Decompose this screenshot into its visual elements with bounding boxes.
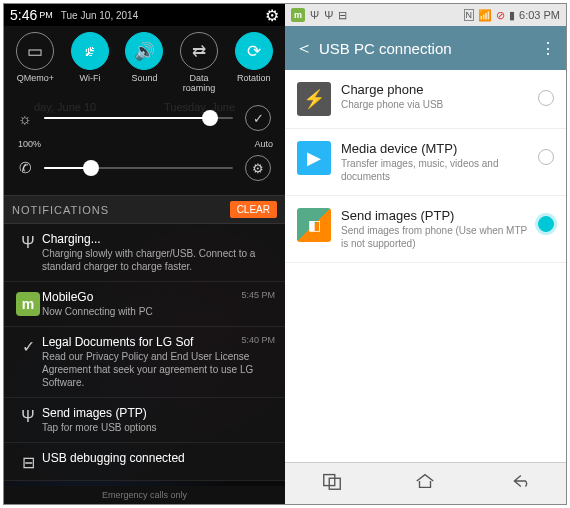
toggle-qmemo-[interactable]: ▭QMemo+: [10, 32, 60, 93]
usb-status-icon: Ψ: [324, 9, 333, 21]
back-button[interactable]: [508, 470, 530, 497]
status-bar-right: m Ψ Ψ ⊟ N 📶 ⊘ ▮ 6:03 PM: [285, 4, 566, 26]
brightness-percent: 100%: [18, 139, 41, 149]
clock-time-right: 6:03 PM: [519, 9, 560, 21]
nfc-icon: N: [464, 9, 475, 21]
back-icon[interactable]: ＜: [295, 36, 313, 60]
settings-icon[interactable]: ⚙: [265, 6, 279, 25]
page-header: ＜ USB PC connection ⋮: [285, 26, 566, 70]
radio-button[interactable]: [538, 90, 554, 106]
sliders-panel: day, June 10 Tuesday, June ☼ ✓ 100% Auto…: [4, 95, 285, 195]
quick-toggles: ▭QMemo+⸙Wi-Fi🔊Sound⇄Dataroaming⟳Rotation: [4, 26, 285, 95]
auto-brightness-toggle[interactable]: ✓: [245, 105, 271, 131]
radio-button[interactable]: [538, 216, 554, 232]
notification-item[interactable]: ΨSend images (PTP)Tap for more USB optio…: [4, 398, 285, 443]
emergency-footer: Emergency calls only: [4, 486, 285, 504]
signal-icon: 📶: [478, 9, 492, 22]
home-button[interactable]: [414, 470, 436, 497]
notifications-header: NOTIFICATIONS CLEAR: [4, 195, 285, 224]
usb-option[interactable]: ⚡Charge phoneCharge phone via USB: [285, 70, 566, 129]
volume-slider[interactable]: [44, 167, 233, 169]
nav-bar: [285, 462, 566, 504]
toggle-sound[interactable]: 🔊Sound: [119, 32, 169, 93]
notifications-title: NOTIFICATIONS: [12, 204, 109, 216]
brightness-slider[interactable]: [44, 117, 233, 119]
clear-button[interactable]: CLEAR: [230, 201, 277, 218]
clock-ampm: PM: [39, 10, 53, 20]
usb-option[interactable]: ◧Send images (PTP)Send images from phone…: [285, 196, 566, 263]
clock-time: 5:46: [10, 7, 37, 23]
recents-button[interactable]: [321, 470, 343, 497]
debug-status-icon: ⊟: [338, 9, 347, 22]
toggle-wi-fi[interactable]: ⸙Wi-Fi: [65, 32, 115, 93]
volume-settings-icon[interactable]: ⚙: [245, 155, 271, 181]
toggle-data-roaming[interactable]: ⇄Dataroaming: [174, 32, 224, 93]
notification-item[interactable]: mMobileGo5:45 PMNow Connecting with PC: [4, 282, 285, 327]
usb-status-icon: Ψ: [310, 9, 319, 21]
no-sim-icon: ⊘: [496, 9, 505, 22]
notification-item[interactable]: ⊟USB debugging connected: [4, 443, 285, 481]
clock-date: Tue Jun 10, 2014: [61, 10, 138, 21]
brightness-icon: ☼: [14, 110, 36, 127]
options-list: ⚡Charge phoneCharge phone via USB▶Media …: [285, 70, 566, 462]
battery-icon: ▮: [509, 9, 515, 22]
page-title: USB PC connection: [319, 40, 452, 57]
volume-icon: ✆: [14, 159, 36, 177]
notification-item[interactable]: ✓Legal Documents for LG Sof5:40 PMRead o…: [4, 327, 285, 398]
toggle-rotation[interactable]: ⟳Rotation: [229, 32, 279, 93]
status-bar-left: 5:46 PM Tue Jun 10, 2014 ⚙: [4, 4, 285, 26]
notification-item[interactable]: ΨCharging...Charging slowly with charger…: [4, 224, 285, 282]
overflow-menu-icon[interactable]: ⋮: [540, 39, 556, 58]
usb-option[interactable]: ▶Media device (MTP)Transfer images, musi…: [285, 129, 566, 196]
auto-label: Auto: [254, 139, 273, 149]
notification-list: ΨCharging...Charging slowly with charger…: [4, 224, 285, 486]
radio-button[interactable]: [538, 149, 554, 165]
mobilego-status-icon: m: [291, 8, 305, 22]
